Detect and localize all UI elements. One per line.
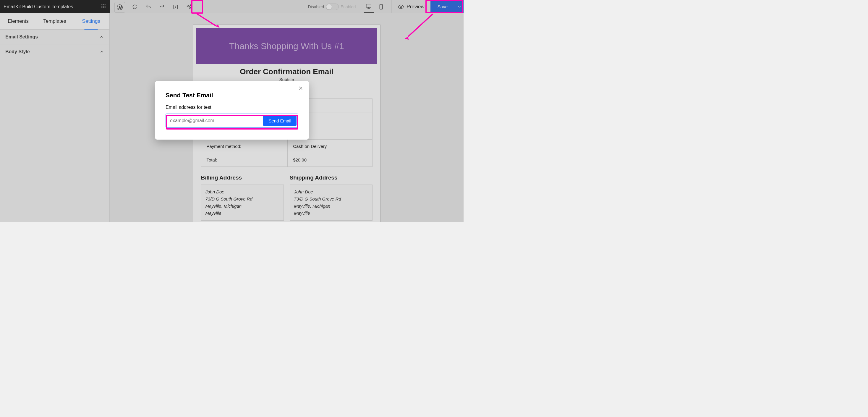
svg-rect-3 <box>101 6 102 6</box>
table-row: Payment method:Cash on Delivery <box>201 140 372 153</box>
undo-icon[interactable] <box>142 0 155 13</box>
email-banner[interactable]: Thanks Shopping With Us #1 <box>196 28 377 64</box>
apps-grid-icon[interactable] <box>101 4 106 10</box>
svg-rect-5 <box>105 6 105 6</box>
email-title[interactable]: Order Confirmation Email <box>193 67 380 76</box>
modal-title: Send Test Email <box>165 92 298 99</box>
shipping-title[interactable]: Shipping Address <box>290 175 373 181</box>
send-test-icon[interactable] <box>182 0 196 13</box>
section-email-settings-label: Email Settings <box>5 34 38 40</box>
brand-text: EmailKit Build Custom Templates <box>4 4 73 9</box>
wordpress-icon[interactable] <box>115 2 125 13</box>
enabled-label: Enabled <box>341 4 355 9</box>
section-body-style-label: Body Style <box>5 49 30 54</box>
billing-address[interactable]: John Doe 73/D G South Grove Rd Mayville,… <box>201 184 284 220</box>
send-test-email-modal: Send Test Email Email address for test. … <box>155 81 309 140</box>
tab-elements[interactable]: Elements <box>0 13 36 29</box>
chevron-up-icon <box>99 50 104 54</box>
tab-settings[interactable]: Settings <box>73 13 110 29</box>
shipping-address[interactable]: John Doe 73/D G South Grove Rd Mayville,… <box>290 184 373 220</box>
disabled-label: Disabled <box>308 4 324 9</box>
svg-rect-7 <box>103 7 104 8</box>
desktop-view-icon[interactable] <box>364 0 374 13</box>
redo-icon[interactable] <box>155 0 169 13</box>
refresh-icon[interactable] <box>128 0 142 13</box>
mobile-view-icon[interactable] <box>376 0 386 13</box>
svg-rect-8 <box>105 7 105 8</box>
tab-templates[interactable]: Templates <box>36 13 73 29</box>
svg-rect-4 <box>103 6 104 6</box>
section-email-settings[interactable]: Email Settings <box>0 30 110 44</box>
status-toggle-group: Disabled Enabled <box>305 0 358 13</box>
svg-rect-9 <box>366 4 371 7</box>
svg-rect-0 <box>101 4 102 5</box>
billing-title[interactable]: Billing Address <box>201 175 284 181</box>
enable-toggle[interactable] <box>326 4 339 10</box>
svg-rect-2 <box>105 4 105 5</box>
preview-label: Preview <box>406 4 424 10</box>
eye-icon <box>398 4 404 10</box>
brand-title: EmailKit Build Custom Templates <box>0 0 110 13</box>
close-icon[interactable] <box>298 85 305 92</box>
send-email-button[interactable]: Send Email <box>263 115 297 126</box>
chevron-up-icon <box>99 35 104 39</box>
banner-text: Thanks Shopping With Us #1 <box>229 41 344 51</box>
save-button[interactable]: Save <box>430 0 464 13</box>
modal-label: Email address for test. <box>165 105 298 110</box>
svg-rect-1 <box>103 4 104 5</box>
shortcode-icon[interactable] <box>169 0 182 13</box>
table-row: Total:$20.00 <box>201 153 372 167</box>
svg-rect-6 <box>101 7 102 8</box>
section-body-style[interactable]: Body Style <box>0 44 110 59</box>
save-options-icon[interactable] <box>455 0 464 13</box>
preview-button[interactable]: Preview <box>392 0 430 13</box>
svg-point-11 <box>400 6 402 8</box>
save-label: Save <box>430 4 455 9</box>
